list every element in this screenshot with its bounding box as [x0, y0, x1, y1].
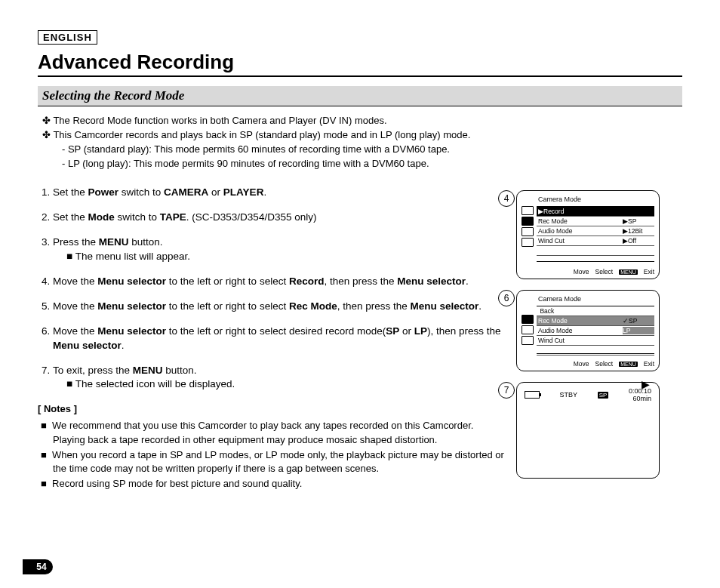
- step-7-sub: The selected icon will be displayed.: [75, 378, 235, 389]
- note-item: When you record a tape in SP and LP mode…: [52, 449, 504, 474]
- sp-chip: SP: [598, 392, 609, 399]
- tape-remain: 60min: [629, 395, 651, 402]
- steps-column: Set the Power switch to CAMERA or PLAYER…: [38, 186, 506, 492]
- tape-icon: [522, 217, 534, 226]
- osd-select: Select: [595, 360, 614, 368]
- figure-number: 4: [498, 190, 515, 207]
- intro-block: ✤ The Record Mode function works in both…: [42, 114, 682, 171]
- osd-audio-mode: Audio Mode: [537, 227, 623, 235]
- osd-lp: LP: [623, 327, 630, 334]
- step-4: Move the Menu selector to the left or ri…: [53, 275, 506, 289]
- menu-chip: MENU: [619, 362, 638, 367]
- bullet-glyph: ✤: [42, 115, 51, 126]
- note-item: Record using SP mode for best picture an…: [52, 478, 302, 489]
- osd-back: Back: [540, 307, 554, 315]
- osd-screen: Camera Mode ▶Record Rec Mode▶SP Audio Mo…: [516, 190, 660, 279]
- menu-chip: MENU: [619, 269, 638, 275]
- notes-block: ■ We recommend that you use this Camcord…: [41, 419, 506, 491]
- osd-rec-mode: Rec Mode: [537, 217, 623, 225]
- step-2: Set the Mode switch to TAPE. (SC-D353/D3…: [53, 211, 506, 225]
- intro-line: This Camcorder records and plays back in…: [53, 129, 470, 140]
- osd-move: Move: [574, 268, 589, 276]
- osd-exit: Exit: [644, 360, 654, 368]
- osd-exit: Exit: [644, 268, 654, 276]
- osd-screen: ▶ STBY SP 0:00:10 60min: [516, 382, 660, 479]
- section-heading: Selecting the Record Mode: [38, 86, 682, 106]
- osd-rec-mode: Rec Mode: [537, 317, 623, 325]
- settings-icon: [522, 336, 534, 345]
- step-3: Press the MENU button. ■ The menu list w…: [53, 236, 506, 264]
- osd-record: Record: [543, 208, 564, 215]
- step-7: To exit, press the MENU button. ■ The se…: [53, 364, 506, 393]
- intro-subline: - LP (long play): This mode permits 90 m…: [42, 157, 682, 171]
- intro-line: The Record Mode function works in both C…: [53, 115, 386, 126]
- osd-rec-val: SP: [628, 217, 636, 225]
- page-number: 54: [30, 559, 53, 574]
- battery-icon: [525, 391, 540, 399]
- note-item: We recommend that you use this Camcorder…: [52, 420, 473, 445]
- notes-heading: [ Notes ]: [38, 402, 506, 416]
- step-3-sub: The menu list will appear.: [75, 251, 190, 262]
- osd-move: Move: [574, 360, 589, 368]
- step-6: Move the Menu selector to the left or ri…: [53, 325, 506, 353]
- tape-icon: [522, 315, 534, 324]
- figure-6: 6 Camera Mode Back Rec Mode✓SP Audio Mod…: [516, 290, 682, 371]
- figure-7: 7 ▶ STBY SP 0:00:10 60min: [516, 382, 682, 479]
- osd-mode-title: Camera Mode: [538, 295, 581, 303]
- osd-wind-cut: Wind Cut: [537, 337, 623, 344]
- step-1: Set the Power switch to CAMERA or PLAYER…: [53, 186, 506, 200]
- page-title: Advanced Recording: [38, 51, 682, 77]
- cursor-icon: ▶: [642, 378, 650, 390]
- av-icon: [522, 227, 534, 236]
- osd-select: Select: [595, 268, 614, 276]
- figure-4: 4 Camera Mode ▶Record Rec Mode▶SP Audio …: [516, 190, 682, 279]
- figure-number: 6: [498, 290, 515, 306]
- osd-audio-val: 12Bit: [628, 227, 642, 235]
- step-5: Move the Menu selector to the left or ri…: [53, 300, 506, 314]
- osd-mode-title: Camera Mode: [538, 195, 581, 203]
- av-icon: [522, 325, 534, 334]
- osd-wind-cut: Wind Cut: [537, 237, 623, 245]
- bullet-glyph: ✤: [42, 129, 51, 140]
- settings-icon: [522, 238, 534, 247]
- osd-wind-val: Off: [628, 237, 636, 245]
- figure-column: 4 Camera Mode ▶Record Rec Mode▶SP Audio …: [516, 186, 682, 492]
- intro-subline: - SP (standard play): This mode permits …: [42, 143, 682, 157]
- figure-number: 7: [498, 382, 515, 399]
- osd-screen: Camera Mode Back Rec Mode✓SP Audio ModeL…: [516, 290, 660, 371]
- osd-sp: SP: [629, 317, 637, 325]
- language-tag: ENGLISH: [38, 30, 97, 45]
- osd-audio-mode: Audio Mode: [537, 327, 623, 334]
- stby-label: STBY: [560, 391, 578, 399]
- camera-icon: [522, 206, 534, 215]
